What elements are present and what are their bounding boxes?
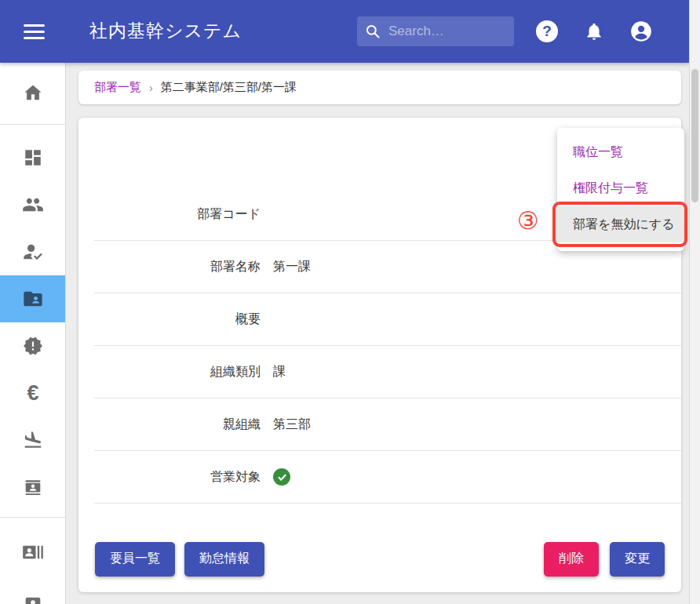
- search-icon: [365, 24, 381, 39]
- recent-actors-icon: [22, 541, 44, 563]
- sidebar-item-home[interactable]: [0, 63, 66, 124]
- groups-icon: [22, 194, 44, 216]
- menu-item-permission-list[interactable]: 権限付与一覧: [557, 170, 684, 206]
- notifications-icon[interactable]: [584, 21, 604, 45]
- detail-row-summary: 概要: [94, 293, 681, 346]
- page-root: 社内基幹システム ?: [0, 0, 700, 604]
- sidebar-item-contact-card[interactable]: [0, 464, 66, 511]
- person-card-icon: [22, 588, 44, 604]
- sidebar-item-person-card[interactable]: [0, 576, 66, 604]
- sidebar-item-travel[interactable]: [0, 417, 66, 464]
- sidebar-item-recent-actors[interactable]: [0, 529, 66, 576]
- breadcrumb-link-departments[interactable]: 部署一覧: [94, 80, 141, 95]
- sidebar-item-finance[interactable]: €: [0, 369, 66, 417]
- delete-button[interactable]: 削除: [544, 542, 599, 577]
- row-label: 部署名称: [94, 259, 261, 275]
- attendance-info-button[interactable]: 勤怠情報: [184, 542, 264, 577]
- breadcrumb-separator: ›: [149, 82, 153, 94]
- row-value: 第一課: [273, 259, 311, 275]
- account-icon[interactable]: [630, 20, 652, 45]
- app-title: 社内基幹システム: [89, 19, 242, 43]
- row-label: 親組織: [94, 417, 261, 433]
- help-icon[interactable]: ?: [536, 20, 558, 42]
- person-check-icon: [22, 241, 44, 263]
- check-circle-icon: [273, 468, 290, 486]
- badge-alert-icon: [23, 336, 43, 356]
- flight-land-icon: [23, 430, 43, 450]
- breadcrumb: 部署一覧 › 第二事業部/第三部/第一課: [78, 71, 681, 104]
- detail-row-parent-org: 親組織 第三部: [94, 398, 681, 451]
- menu-item-position-list[interactable]: 職位一覧: [557, 134, 684, 170]
- sidebar-item-dashboard[interactable]: [0, 134, 66, 181]
- vertical-scrollbar[interactable]: [689, 0, 700, 604]
- detail-row-org-type: 組織類別 課: [94, 346, 681, 398]
- scrollbar-thumb[interactable]: [691, 69, 698, 202]
- breadcrumb-current: 第二事業部/第三部/第一課: [161, 80, 297, 95]
- context-menu: 職位一覧 権限付与一覧 部署を無効にする: [557, 128, 684, 251]
- help-glyph: ?: [536, 20, 558, 42]
- app-header: 社内基幹システム ?: [0, 0, 689, 63]
- menu-icon[interactable]: [24, 21, 45, 42]
- sidebar-nav: €: [0, 63, 66, 604]
- row-label: 組織類別: [94, 364, 261, 380]
- folder-shared-icon: [22, 288, 44, 310]
- search-input[interactable]: [388, 24, 498, 39]
- change-button[interactable]: 変更: [610, 542, 665, 577]
- row-value: 第三部: [273, 417, 311, 433]
- sidebar-item-groups[interactable]: [0, 181, 66, 228]
- row-label: 営業対象: [94, 469, 261, 486]
- action-bar: 要員一覧 勤怠情報 削除 変更: [78, 541, 681, 577]
- menu-item-disable-department[interactable]: 部署を無効にする: [557, 206, 684, 242]
- row-value: [273, 468, 290, 486]
- sidebar-item-departments[interactable]: [0, 275, 66, 322]
- contact-card-icon: [22, 476, 44, 498]
- search-box[interactable]: [357, 16, 514, 46]
- dashboard-icon: [23, 147, 43, 168]
- content-area: 部署一覧 › 第二事業部/第三部/第一課 部署コード 部署名称 第一課 概要: [66, 63, 689, 604]
- sidebar-item-person-check[interactable]: [0, 228, 66, 275]
- detail-row-sales-target: 営業対象: [94, 451, 681, 504]
- personnel-list-button[interactable]: 要員一覧: [95, 542, 175, 577]
- home-icon: [22, 82, 44, 104]
- euro-icon: €: [27, 381, 38, 406]
- row-label: 部署コード: [94, 206, 261, 223]
- row-value: 課: [273, 364, 286, 380]
- sidebar-item-badge-alert[interactable]: [0, 322, 66, 369]
- row-label: 概要: [94, 311, 261, 328]
